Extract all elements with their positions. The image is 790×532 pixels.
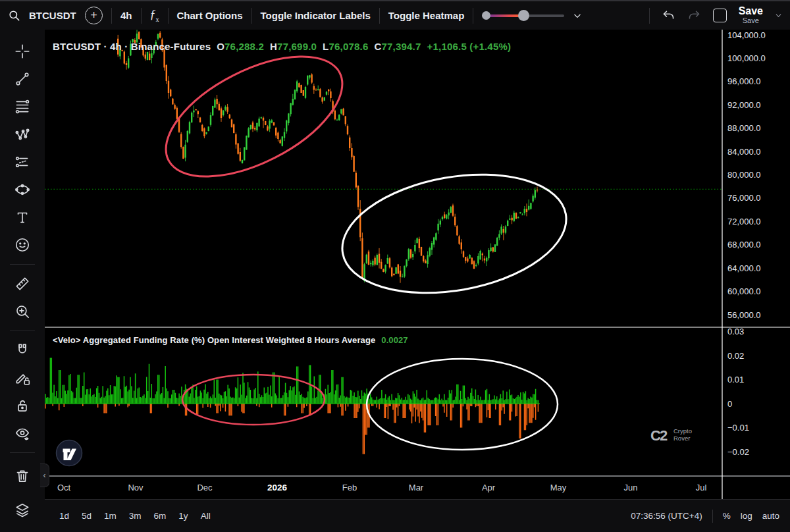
tool-emoji[interactable] [13, 235, 32, 255]
layout-rectangle-icon[interactable] [713, 9, 727, 22]
range-button-1y[interactable]: 1y [178, 511, 188, 521]
sidebar-divider [10, 331, 35, 331]
svg-text:104,000.0: 104,000.0 [727, 30, 766, 40]
tradingview-logo[interactable] [57, 440, 82, 466]
toolbar-divider [141, 8, 142, 24]
svg-text:Rover: Rover [673, 435, 690, 442]
svg-text:C2: C2 [650, 427, 668, 444]
tool-fib-retracement[interactable] [13, 97, 32, 117]
tool-magnet[interactable] [13, 340, 32, 360]
svg-text:Nov: Nov [128, 483, 144, 492]
price-axis[interactable]: 104,000.0100,000.096,000.092,000.088,000… [727, 30, 766, 320]
tool-lock-drawings[interactable] [13, 396, 32, 415]
tool-xabcd-pattern[interactable] [13, 124, 32, 144]
indicators-fx-button[interactable]: ƒx [150, 8, 159, 23]
tool-ellipse-shape[interactable] [13, 180, 32, 200]
svg-text:0.03: 0.03 [727, 327, 744, 336]
tool-ruler[interactable] [13, 274, 32, 294]
toggle-indicator-labels-button[interactable]: Toggle Indicator Labels [261, 10, 371, 21]
undo-icon[interactable] [662, 9, 675, 22]
slider-handle-left[interactable] [482, 11, 490, 20]
svg-text:88,000.0: 88,000.0 [727, 123, 761, 133]
svg-text:0.01: 0.01 [727, 375, 744, 385]
red-ellipse-annotation[interactable] [147, 32, 361, 201]
candlestick-series [118, 30, 537, 282]
log-scale-button[interactable]: log [741, 511, 752, 521]
range-button-3m[interactable]: 3m [129, 511, 142, 521]
ruler-icon [16, 278, 28, 289]
auto-scale-button[interactable]: auto [762, 511, 779, 521]
tool-projection[interactable] [13, 152, 32, 172]
svg-text:56,000.0: 56,000.0 [727, 310, 761, 320]
svg-text:96,000.0: 96,000.0 [727, 76, 761, 86]
svg-text:0: 0 [727, 399, 732, 409]
svg-text:80,000.0: 80,000.0 [727, 170, 761, 180]
white-ellipse-annotation[interactable] [333, 158, 576, 309]
chevron-down-icon[interactable] [573, 11, 582, 20]
tool-drawing-edit-lock[interactable] [13, 368, 32, 388]
tool-trend-line[interactable] [13, 69, 32, 89]
drawing-edit-lock-icon [16, 375, 29, 385]
clock[interactable]: 07:36:56 (UTC+4) [631, 511, 702, 521]
save-button[interactable]: Save Save [739, 6, 763, 24]
crosshair-icon [16, 45, 29, 58]
lock-drawings-icon [18, 401, 26, 411]
svg-text:Oct: Oct [57, 483, 71, 492]
tool-zoom-in[interactable] [13, 302, 32, 321]
emoji-icon [16, 239, 28, 251]
svg-text:May: May [550, 483, 567, 492]
toggle-heatmap-button[interactable]: Toggle Heatmap [388, 10, 465, 21]
toolbar-divider [111, 8, 112, 24]
svg-text:−0.01: −0.01 [727, 423, 749, 433]
range-button-6m[interactable]: 6m [154, 511, 167, 521]
range-button-1m[interactable]: 1m [104, 511, 117, 521]
svg-text:Crypto: Crypto [673, 427, 692, 435]
svg-text:Jul: Jul [696, 483, 707, 492]
percent-scale-button[interactable]: % [723, 511, 731, 521]
redo-icon[interactable] [687, 9, 701, 22]
chart-pane[interactable]: 104,000.0100,000.096,000.092,000.088,000… [45, 30, 790, 499]
tool-crosshair[interactable] [13, 41, 32, 61]
chart-options-button[interactable]: Chart Options [177, 10, 243, 21]
tool-object-tree[interactable] [13, 500, 32, 520]
range-button-1d[interactable]: 1d [59, 511, 69, 521]
range-button-all[interactable]: All [201, 511, 211, 521]
remove-drawings-icon [17, 471, 27, 481]
slider-handle-right[interactable] [518, 10, 529, 21]
funding-rate-series [45, 358, 538, 454]
indicator-title: <Velo> Aggregated Funding Rate (%) Open … [53, 335, 375, 345]
indicator-legend[interactable]: <Velo> Aggregated Funding Rate (%) Open … [53, 335, 408, 345]
tool-text-tool[interactable] [13, 207, 32, 227]
date-range-buttons: 1d5d1m3m6m1yAll [59, 511, 211, 521]
range-button-5d[interactable]: 5d [82, 511, 92, 521]
time-axis[interactable]: OctNovDec2026FebMarAprMayJunJul [57, 483, 707, 492]
toolbar-divider [168, 8, 169, 24]
fib-retracement-icon [16, 101, 29, 113]
svg-text:Jun: Jun [624, 483, 638, 492]
svg-text:Dec: Dec [197, 483, 213, 492]
sidebar-collapse-handle[interactable]: ‹ [40, 464, 49, 487]
ellipse-shape-icon [16, 185, 29, 195]
zoom-in-icon [17, 306, 28, 317]
xabcd-pattern-icon [16, 129, 29, 139]
legend-close: C77,394.7 [374, 41, 421, 52]
svg-text:76,000.0: 76,000.0 [727, 193, 761, 203]
sidebar-divider [10, 452, 35, 453]
funding-axis[interactable]: 0.030.020.010−0.01−0.02 [727, 327, 749, 457]
heatmap-range-slider[interactable] [482, 9, 564, 22]
search-icon[interactable] [8, 9, 20, 22]
tool-hide-drawings[interactable] [13, 423, 32, 443]
bottom-right-cluster: 07:36:56 (UTC+4) % log auto [631, 510, 779, 523]
toolbar-divider [379, 8, 380, 24]
chart-legend[interactable]: BTCUSDT · 4h · Binance-Futures O76,288.2… [53, 41, 511, 52]
tool-remove-drawings[interactable] [13, 466, 32, 486]
toolbar-right-cluster: Save Save [649, 6, 782, 24]
symbol-search-button[interactable]: BTCUSDT [29, 10, 76, 21]
svg-text:92,000.0: 92,000.0 [727, 100, 761, 110]
interval-button[interactable]: 4h [120, 10, 132, 21]
hide-drawings-icon [16, 429, 28, 440]
legend-open: O76,288.2 [217, 41, 264, 52]
save-menu-chevron-icon[interactable] [775, 12, 782, 19]
compare-add-button[interactable]: + [85, 7, 103, 24]
legend-high: H77,699.0 [270, 41, 317, 52]
